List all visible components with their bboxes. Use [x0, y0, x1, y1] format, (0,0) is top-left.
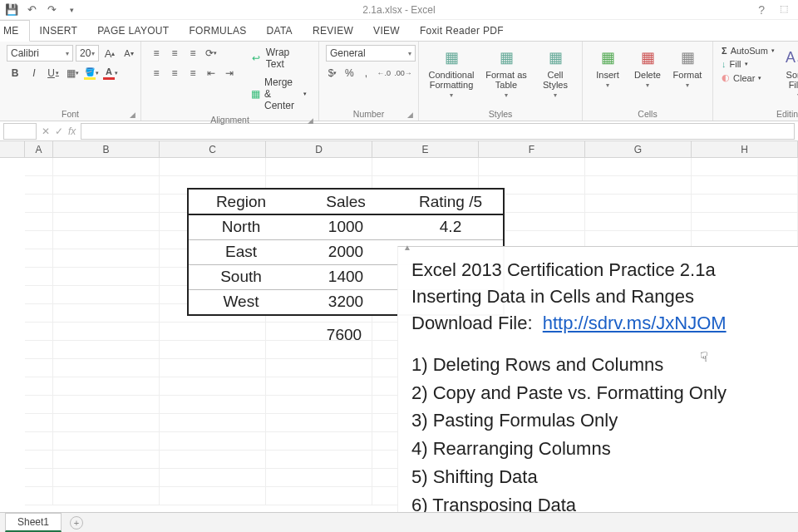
delete-button[interactable]: ▦Delete▾ — [629, 45, 666, 91]
table-header[interactable]: Rating /5 — [398, 190, 503, 214]
decrease-indent-button[interactable]: ⇤ — [203, 65, 219, 81]
align-center-button[interactable]: ≡ — [166, 65, 183, 81]
note-download: Download File: http://sdrv.ms/JxNJOM — [411, 310, 785, 337]
undo-icon[interactable]: ↶ — [25, 3, 38, 17]
conditional-formatting-button[interactable]: ▦Conditional Formatting▾ — [426, 45, 477, 101]
align-bottom-button[interactable]: ≡ — [185, 45, 201, 62]
table-header[interactable]: Sales — [293, 190, 398, 214]
sum-cell[interactable]: 7600 — [292, 323, 397, 347]
redo-icon[interactable]: ↷ — [45, 3, 58, 17]
scroll-up-icon[interactable]: ▲ — [403, 242, 411, 254]
bold-button[interactable]: B — [7, 65, 23, 81]
col-header[interactable]: C — [160, 141, 266, 157]
cancel-icon[interactable]: ✕ — [42, 126, 50, 137]
cell[interactable]: 4.2 — [398, 214, 503, 239]
format-button[interactable]: ▦Format▾ — [669, 45, 706, 91]
dialog-launcher-icon[interactable]: ◢ — [130, 111, 135, 119]
group-label-editing: Editing — [720, 107, 798, 121]
ribbon-options-icon[interactable]: ⬚ — [780, 3, 788, 17]
font-name-combo[interactable]: Calibri▾ — [7, 45, 73, 62]
sheet-tab[interactable]: Sheet1 — [5, 513, 62, 532]
table-icon: ▦ — [495, 47, 518, 68]
tab-data[interactable]: DATA — [257, 21, 303, 41]
increase-decimal-button[interactable]: ←.0 — [376, 65, 392, 81]
tab-review[interactable]: REVIEW — [303, 21, 363, 41]
window-controls: ? ⬚ — [758, 3, 798, 17]
align-middle-button[interactable]: ≡ — [166, 45, 183, 62]
cell[interactable]: 3200 — [293, 289, 398, 314]
wrap-text-button[interactable]: ↩Wrap Text — [246, 45, 312, 71]
download-link[interactable]: http://sdrv.ms/JxNJOM — [543, 313, 727, 333]
formula-bar: ✕ ✓ fx — [0, 121, 798, 141]
insert-button[interactable]: ▦Insert▾ — [589, 45, 626, 91]
cell[interactable]: East — [189, 239, 293, 264]
cell[interactable]: 2000 — [293, 239, 398, 264]
col-header[interactable]: H — [692, 141, 798, 157]
cell-styles-button[interactable]: ▦Cell Styles▾ — [535, 45, 575, 101]
enter-icon[interactable]: ✓ — [55, 126, 63, 137]
ribbon-tabs: ME INSERT PAGE LAYOUT FORMULAS DATA REVI… — [0, 20, 798, 42]
help-icon[interactable]: ? — [758, 3, 765, 17]
align-left-button[interactable]: ≡ — [148, 65, 165, 81]
table-row: North 1000 4.2 — [189, 214, 503, 239]
align-top-button[interactable]: ≡ — [148, 45, 165, 62]
format-as-table-button[interactable]: ▦Format as Table▾ — [480, 45, 532, 101]
percent-button[interactable]: % — [342, 65, 356, 81]
font-color-button[interactable]: A▾ — [102, 65, 119, 81]
underline-button[interactable]: U▾ — [45, 65, 62, 81]
sort-filter-button[interactable]: A↓ZSort & Filter▾ — [780, 45, 798, 101]
format-icon: ▦ — [676, 47, 699, 68]
italic-button[interactable]: I — [26, 65, 42, 81]
fill-color-button[interactable]: 🪣▾ — [83, 65, 100, 81]
table-header[interactable]: Region — [189, 190, 293, 214]
fill-button[interactable]: ↓Fill▾ — [720, 58, 776, 70]
group-label-number: Number◢ — [326, 107, 411, 121]
cell[interactable]: North — [189, 214, 293, 239]
align-right-button[interactable]: ≡ — [185, 65, 201, 81]
group-label-alignment: Alignment◢ — [148, 113, 312, 126]
cell-styles-icon: ▦ — [544, 47, 567, 68]
col-header[interactable]: D — [266, 141, 372, 157]
col-header[interactable]: F — [479, 141, 585, 157]
grow-font-button[interactable]: A▴ — [101, 45, 118, 62]
cell[interactable]: South — [189, 264, 293, 289]
select-all-corner[interactable] — [0, 141, 25, 157]
qat-customize-icon[interactable]: ▾ — [65, 3, 78, 17]
add-sheet-button[interactable]: + — [70, 516, 83, 530]
col-header[interactable]: A — [25, 141, 53, 157]
comma-button[interactable]: , — [359, 65, 372, 81]
col-header[interactable]: B — [53, 141, 160, 157]
tab-page-layout[interactable]: PAGE LAYOUT — [87, 21, 179, 41]
tab-home[interactable]: ME — [0, 20, 30, 42]
merge-center-button[interactable]: ▦Merge & Center▾ — [246, 75, 312, 113]
autosum-button[interactable]: ΣAutoSum▾ — [720, 45, 776, 57]
font-size-combo[interactable]: 20▾ — [76, 45, 99, 62]
save-icon[interactable]: 💾 — [5, 3, 18, 17]
increase-indent-button[interactable]: ⇥ — [221, 65, 238, 81]
border-button[interactable]: ▦▾ — [64, 65, 81, 81]
dialog-launcher-icon[interactable]: ◢ — [308, 116, 313, 125]
cell[interactable]: 1000 — [293, 214, 398, 239]
fx-icon[interactable]: fx — [68, 126, 76, 137]
number-format-combo[interactable]: General▾ — [326, 45, 416, 62]
dialog-launcher-icon[interactable]: ◢ — [407, 111, 413, 119]
name-box[interactable] — [3, 123, 37, 140]
cell[interactable]: West — [189, 289, 293, 314]
col-header[interactable]: G — [585, 141, 692, 157]
clear-button[interactable]: ◐Clear▾ — [720, 71, 776, 84]
tab-formulas[interactable]: FORMULAS — [179, 21, 256, 41]
tab-insert[interactable]: INSERT — [30, 21, 88, 41]
cell[interactable]: 1400 — [293, 264, 398, 289]
quick-access-toolbar: 💾 ↶ ↷ ▾ — [0, 3, 78, 17]
col-header[interactable]: E — [372, 141, 479, 157]
list-item: 4) Rearranging Columns — [411, 436, 785, 462]
group-number: General▾ $▾ % , ←.0 .00→ Number◢ — [319, 42, 419, 121]
shrink-font-button[interactable]: A▾ — [121, 45, 137, 62]
currency-button[interactable]: $▾ — [326, 65, 339, 81]
tab-foxit[interactable]: Foxit Reader PDF — [410, 21, 514, 41]
orientation-button[interactable]: ⟳▾ — [203, 45, 219, 62]
decrease-decimal-button[interactable]: .00→ — [395, 65, 411, 81]
tab-view[interactable]: VIEW — [363, 21, 410, 41]
window-title: 2.1a.xlsx - Excel — [362, 4, 435, 16]
group-editing: ΣAutoSum▾ ↓Fill▾ ◐Clear▾ A↓ZSort & Filte… — [713, 42, 798, 121]
